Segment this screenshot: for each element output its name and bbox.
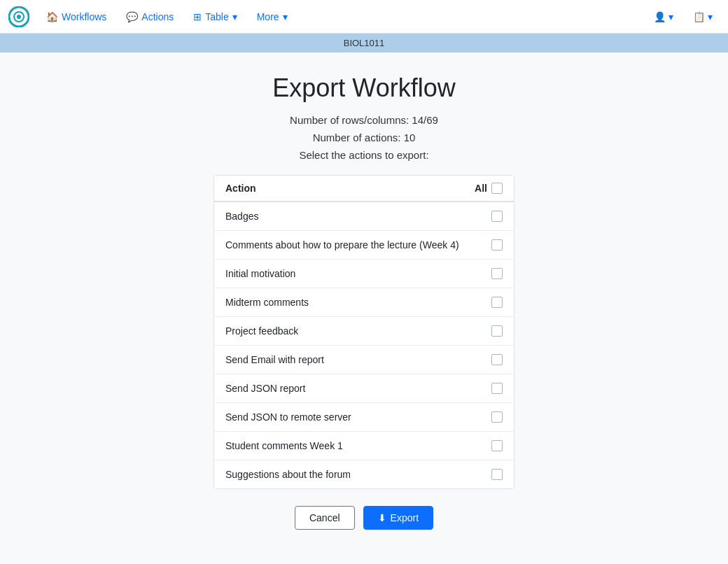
page-title: Export Workflow [272, 73, 455, 103]
action-label: Comments about how to prepare the lectur… [225, 239, 459, 251]
table-chevron-icon: ▾ [232, 11, 237, 22]
more-chevron-icon: ▾ [283, 11, 288, 22]
table-row: Send JSON report [214, 374, 514, 403]
brand-logo-container[interactable] [8, 6, 29, 27]
actions-label: Actions [141, 11, 174, 22]
table-icon: ⊞ [193, 11, 202, 22]
table-row: Badges [214, 202, 514, 231]
action-label: Suggestions about the forum [225, 469, 351, 480]
action-checkbox[interactable] [491, 469, 503, 480]
action-label: Send Email with report [225, 354, 324, 365]
course-code: BIOL1011 [344, 38, 385, 48]
action-label: Midterm comments [225, 297, 309, 308]
action-checkbox[interactable] [491, 440, 503, 451]
action-checkbox[interactable] [491, 239, 503, 251]
doc-icon: 📋 [693, 11, 705, 22]
user-menu-button[interactable]: 👤 ▾ [647, 7, 680, 27]
table-row: Suggestions about the forum [214, 460, 514, 488]
action-rows-container: BadgesComments about how to prepare the … [214, 202, 514, 488]
nav-actions[interactable]: 💬 Actions [118, 6, 182, 28]
table-header: Action All [214, 176, 514, 202]
column-header-all[interactable]: All [475, 183, 503, 194]
cancel-button[interactable]: Cancel [295, 506, 355, 530]
action-checkbox[interactable] [491, 411, 503, 423]
table-row: Send JSON to remote server [214, 403, 514, 432]
action-checkbox[interactable] [491, 354, 503, 365]
action-checkbox[interactable] [491, 297, 503, 308]
workflows-label: Workflows [62, 11, 106, 22]
main-content: Export Workflow Number of rows/columns: … [0, 52, 728, 551]
download-icon: ⬇ [378, 512, 386, 523]
export-label: Export [391, 512, 419, 523]
num-actions-info: Number of actions: 10 [313, 132, 416, 143]
more-label: More [257, 11, 279, 22]
action-label: Badges [225, 211, 258, 222]
navbar-right: 👤 ▾ 📋 ▾ [647, 7, 720, 27]
nav-workflows[interactable]: 🏠 Workflows [38, 6, 115, 28]
table-row: Comments about how to prepare the lectur… [214, 231, 514, 260]
doc-menu-button[interactable]: 📋 ▾ [686, 7, 720, 27]
action-label: Project feedback [225, 325, 298, 337]
column-header-action: Action [225, 183, 256, 194]
doc-chevron-icon: ▾ [708, 11, 713, 22]
action-checkbox[interactable] [491, 325, 503, 337]
brand-logo-icon [8, 6, 29, 27]
action-label: Send JSON to remote server [225, 411, 351, 423]
home-icon: 🏠 [46, 11, 58, 22]
sub-header-band: BIOL1011 [0, 34, 728, 52]
user-chevron-icon: ▾ [668, 11, 673, 22]
svg-point-2 [17, 15, 21, 19]
all-label: All [475, 183, 487, 194]
select-all-checkbox[interactable] [491, 183, 503, 194]
action-table: Action All BadgesComments about how to p… [214, 175, 514, 489]
table-label: Table [205, 11, 228, 22]
user-icon: 👤 [654, 11, 666, 22]
action-label: Student comments Week 1 [225, 440, 343, 451]
nav-more[interactable]: More ▾ [248, 6, 296, 28]
action-checkbox[interactable] [491, 211, 503, 222]
table-row: Student comments Week 1 [214, 432, 514, 460]
nav-table[interactable]: ⊞ Table ▾ [185, 6, 245, 28]
table-row: Project feedback [214, 317, 514, 346]
action-label: Send JSON report [225, 383, 305, 394]
navbar: 🏠 Workflows 💬 Actions ⊞ Table ▾ More ▾ 👤… [0, 0, 728, 34]
button-row: Cancel ⬇ Export [295, 506, 433, 530]
action-label: Initial motivation [225, 268, 295, 279]
select-label: Select the actions to export: [299, 149, 428, 161]
rows-columns-info: Number of rows/columns: 14/69 [290, 114, 438, 126]
table-row: Initial motivation [214, 260, 514, 288]
action-checkbox[interactable] [491, 383, 503, 394]
action-checkbox[interactable] [491, 268, 503, 279]
table-row: Send Email with report [214, 346, 514, 374]
export-button[interactable]: ⬇ Export [363, 506, 433, 530]
table-row: Midterm comments [214, 288, 514, 317]
comment-icon: 💬 [126, 11, 138, 22]
